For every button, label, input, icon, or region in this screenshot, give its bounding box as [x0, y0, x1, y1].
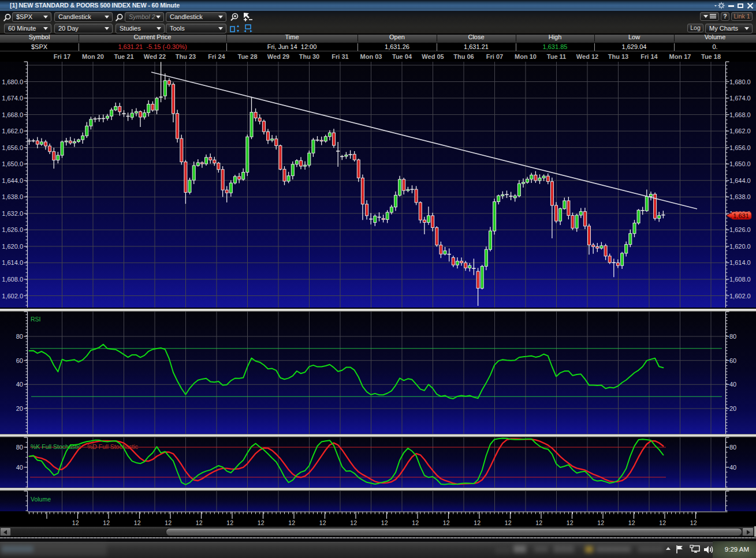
svg-text:12: 12 — [258, 519, 265, 526]
svg-text:Tue 04: Tue 04 — [392, 53, 412, 60]
svg-text:1,674.0: 1,674.0 — [729, 95, 751, 102]
svg-text:1,674.0: 1,674.0 — [2, 95, 23, 102]
svg-text:Wed 22: Wed 22 — [144, 53, 166, 60]
svg-text:40: 40 — [729, 464, 736, 471]
svg-text:Fri 17: Fri 17 — [54, 53, 70, 60]
svg-text:20: 20 — [729, 405, 736, 412]
svg-text:Fri 24: Fri 24 — [208, 53, 225, 60]
svg-text:60: 60 — [16, 357, 23, 364]
svg-text:12: 12 — [567, 519, 573, 526]
svg-text:1,632.0: 1,632.0 — [2, 210, 23, 217]
svg-text:12: 12 — [597, 519, 604, 526]
svg-text:1,668.0: 1,668.0 — [2, 111, 23, 118]
svg-text:12: 12 — [319, 519, 326, 526]
svg-text:12: 12 — [350, 519, 357, 526]
svg-text:Volume: Volume — [31, 496, 51, 503]
svg-text:80: 80 — [729, 333, 736, 340]
svg-text:1,620.0: 1,620.0 — [2, 243, 23, 250]
svg-text:Fri 14: Fri 14 — [640, 53, 658, 60]
svg-text:Mon 03: Mon 03 — [360, 53, 382, 60]
svg-text:Thu 23: Thu 23 — [176, 53, 196, 60]
svg-text:1,631: 1,631 — [733, 212, 749, 219]
svg-text:%K Full Stochastic: %K Full Stochastic — [31, 443, 81, 450]
svg-text:1,680.0: 1,680.0 — [729, 78, 751, 85]
svg-text:1,602.0: 1,602.0 — [2, 293, 23, 299]
svg-text:12: 12 — [659, 519, 666, 526]
svg-text:40: 40 — [729, 381, 736, 388]
svg-text:1,638.0: 1,638.0 — [2, 193, 23, 200]
svg-text:1,650.0: 1,650.0 — [729, 160, 751, 167]
svg-text:Wed 29: Wed 29 — [267, 53, 289, 60]
svg-text:Tue 21: Tue 21 — [114, 53, 133, 60]
svg-text:1,608.0: 1,608.0 — [729, 276, 751, 283]
svg-text:1,626.0: 1,626.0 — [2, 226, 23, 233]
svg-text:Fri 31: Fri 31 — [332, 53, 348, 60]
svg-text:80: 80 — [729, 444, 736, 451]
svg-text:80: 80 — [16, 444, 23, 451]
svg-text:1,608.0: 1,608.0 — [2, 276, 23, 283]
svg-text:1,644.0: 1,644.0 — [729, 177, 751, 184]
svg-text:1,620.0: 1,620.0 — [729, 243, 751, 250]
svg-text:1,662.0: 1,662.0 — [729, 128, 751, 134]
svg-text:1,644.0: 1,644.0 — [2, 177, 23, 184]
svg-text:1,614.0: 1,614.0 — [729, 259, 751, 266]
svg-text:Mon 17: Mon 17 — [669, 53, 691, 60]
svg-text:1,626.0: 1,626.0 — [729, 226, 751, 233]
svg-text:12: 12 — [103, 519, 110, 526]
svg-text:80: 80 — [16, 333, 23, 340]
svg-text:1,656.0: 1,656.0 — [2, 144, 23, 151]
svg-text:Thu 06: Thu 06 — [453, 53, 474, 60]
svg-text:1,638.0: 1,638.0 — [729, 193, 751, 200]
svg-text:Thu 30: Thu 30 — [299, 53, 319, 60]
svg-text:12: 12 — [72, 519, 79, 526]
svg-text:Fri 07: Fri 07 — [486, 53, 503, 60]
svg-text:Tue 18: Tue 18 — [701, 53, 721, 60]
svg-text:12: 12 — [226, 519, 233, 526]
svg-text:RSI: RSI — [31, 316, 41, 323]
svg-text:1,650.0: 1,650.0 — [2, 160, 23, 167]
svg-text:1,662.0: 1,662.0 — [2, 128, 23, 134]
svg-text:12: 12 — [535, 519, 542, 526]
svg-text:12: 12 — [474, 519, 481, 526]
svg-text:1,602.0: 1,602.0 — [729, 293, 751, 299]
svg-text:1,614.0: 1,614.0 — [2, 259, 23, 266]
svg-text:12: 12 — [690, 519, 697, 526]
svg-text:12: 12 — [288, 519, 295, 526]
svg-text:1,680.0: 1,680.0 — [2, 78, 23, 85]
svg-text:Wed 05: Wed 05 — [422, 53, 444, 60]
svg-text:Wed 12: Wed 12 — [576, 53, 598, 60]
svg-text:Mon 20: Mon 20 — [82, 53, 104, 60]
svg-text:12: 12 — [505, 519, 512, 526]
svg-text:40: 40 — [16, 381, 23, 388]
svg-text:Tue 28: Tue 28 — [237, 53, 257, 60]
svg-text:12: 12 — [381, 519, 388, 526]
svg-text:60: 60 — [729, 357, 736, 364]
svg-text:1,656.0: 1,656.0 — [729, 144, 751, 151]
svg-text:20: 20 — [16, 405, 23, 412]
svg-text:Tue 11: Tue 11 — [547, 53, 566, 60]
svg-text:12: 12 — [165, 519, 172, 526]
svg-text:1,668.0: 1,668.0 — [729, 111, 751, 118]
svg-text:12: 12 — [443, 519, 450, 526]
svg-text:12: 12 — [412, 519, 419, 526]
svg-text:12: 12 — [134, 519, 141, 526]
svg-text:12: 12 — [196, 519, 203, 526]
svg-text:Thu 13: Thu 13 — [608, 53, 628, 60]
svg-text:40: 40 — [16, 464, 23, 471]
svg-text:12: 12 — [628, 519, 635, 526]
svg-text:Mon 10: Mon 10 — [515, 53, 537, 60]
